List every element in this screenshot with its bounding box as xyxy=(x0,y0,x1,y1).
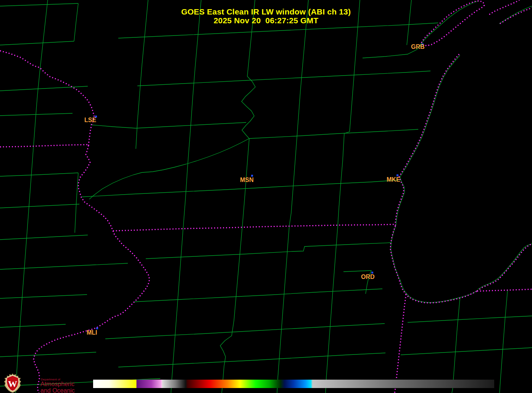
county-line xyxy=(0,352,96,357)
state-border xyxy=(34,231,150,393)
county-line xyxy=(105,324,385,339)
city-label: MLI xyxy=(87,329,97,336)
city-label: MSN xyxy=(240,177,254,184)
county-line xyxy=(289,153,296,226)
county-boundaries xyxy=(0,0,532,393)
county-line xyxy=(249,129,418,139)
state-border xyxy=(0,51,94,145)
state-border xyxy=(395,294,406,393)
state-border xyxy=(477,243,532,291)
county-line xyxy=(396,55,460,226)
city-label: LSE xyxy=(84,117,96,124)
county-line xyxy=(400,279,478,303)
county-line xyxy=(146,243,392,259)
county-line xyxy=(500,290,508,393)
county-line xyxy=(134,289,382,302)
county-line xyxy=(0,235,88,240)
county-line xyxy=(137,71,430,86)
state-border xyxy=(395,54,459,226)
ir-temperature-color-scale xyxy=(93,380,494,388)
image-title: GOES East Clean IR LW window (ABI ch 13)… xyxy=(0,7,532,25)
county-line xyxy=(326,226,338,393)
county-line xyxy=(0,113,73,116)
uw-crest-icon: W xyxy=(3,373,22,393)
county-line xyxy=(0,173,78,176)
county-line xyxy=(0,204,79,208)
county-line xyxy=(401,348,532,355)
county-line xyxy=(452,299,460,393)
county-line xyxy=(118,23,438,38)
county-line xyxy=(0,263,128,269)
county-line xyxy=(220,226,242,393)
county-line xyxy=(118,353,385,367)
county-line xyxy=(16,114,36,393)
state-border xyxy=(390,226,477,303)
city-label: MKE xyxy=(387,176,400,183)
satellite-map-image: GOES East Clean IR LW window (ABI ch 13)… xyxy=(0,0,532,393)
county-line xyxy=(89,76,255,199)
state-border xyxy=(113,224,395,231)
title-line1: GOES East Clean IR LW window (ABI ch 13) xyxy=(181,7,351,16)
state-border xyxy=(0,145,88,147)
county-line xyxy=(277,226,289,393)
city-label: GRB xyxy=(411,43,425,50)
county-line xyxy=(0,3,78,6)
aos-logo: W Department of Atmospheric and Oceanic … xyxy=(2,373,90,393)
county-line xyxy=(478,244,532,289)
county-line xyxy=(0,324,66,327)
county-line xyxy=(0,41,74,45)
county-line xyxy=(391,226,400,280)
city-label: ORD xyxy=(361,274,375,280)
state-border xyxy=(78,145,113,231)
county-line xyxy=(0,295,87,298)
map-overlay-svg xyxy=(0,0,532,393)
county-line xyxy=(75,173,78,233)
county-line xyxy=(90,125,136,128)
county-line xyxy=(338,132,350,226)
state-borders xyxy=(0,0,532,393)
crest-letter: W xyxy=(8,379,17,389)
county-line xyxy=(0,86,88,91)
logo-name-line1: Atmospheric xyxy=(40,381,74,388)
logo-name-line2: and Oceanic Sciences xyxy=(40,387,90,393)
state-border xyxy=(477,289,532,291)
county-line xyxy=(408,316,532,322)
title-line2: 2025 Nov 20 06:27:25 GMT xyxy=(214,16,319,25)
